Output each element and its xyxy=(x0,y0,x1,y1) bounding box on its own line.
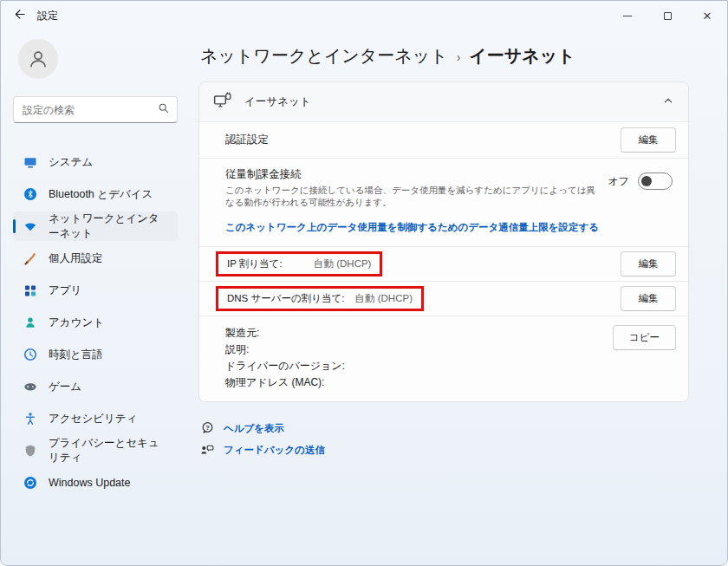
ethernet-icon xyxy=(213,91,232,114)
toggle-state-label: オフ xyxy=(608,174,629,189)
avatar[interactable] xyxy=(18,39,58,79)
metered-title: 従量制課金接続 xyxy=(225,167,598,182)
maximize-icon xyxy=(664,12,672,20)
search-icon xyxy=(158,102,170,118)
ethernet-card: イーサネット 認証設定 編集 従量制課金接続 このネットワークに接続してい xyxy=(198,81,689,402)
dns-highlight-box: DNS サーバーの割り当て: 自動 (DHCP) xyxy=(216,286,424,311)
sidebar-item-windows-update[interactable]: Windows Update xyxy=(13,468,178,498)
page-title: イーサネット xyxy=(469,44,575,68)
bluetooth-icon xyxy=(23,187,37,201)
sidebar-item-label: 時刻と言語 xyxy=(49,348,103,362)
person-icon xyxy=(23,316,37,329)
person-outline-icon xyxy=(27,48,49,70)
help-link-row[interactable]: ? ヘルプを表示 xyxy=(200,421,712,435)
back-button[interactable] xyxy=(1,1,37,30)
accessibility-icon xyxy=(23,412,37,426)
settings-search-box[interactable] xyxy=(13,96,178,123)
sidebar-item-accessibility[interactable]: アクセシビリティ xyxy=(13,404,178,433)
sidebar-item-label: プライバシーとセキュリティ xyxy=(49,436,167,465)
footer-links: ? ヘルプを表示 フィードバックの送信 xyxy=(200,421,712,457)
clock-icon xyxy=(23,348,37,361)
metered-toggle[interactable] xyxy=(638,172,673,190)
feedback-link[interactable]: フィードバックの送信 xyxy=(224,444,325,457)
svg-text:?: ? xyxy=(205,424,210,432)
auth-edit-button[interactable]: 編集 xyxy=(621,127,676,153)
dns-edit-button[interactable]: 編集 xyxy=(621,286,676,311)
gamepad-icon xyxy=(23,380,37,394)
sidebar-item-label: アプリ xyxy=(49,283,81,298)
sidebar-item-label: Bluetooth とデバイス xyxy=(49,187,153,202)
sidebar-item-accounts[interactable]: アカウント xyxy=(13,308,178,337)
minimize-icon xyxy=(623,16,632,16)
copy-button[interactable]: コピー xyxy=(613,325,676,350)
sidebar-item-apps[interactable]: アプリ xyxy=(13,276,178,305)
sidebar-item-bluetooth[interactable]: Bluetooth とデバイス xyxy=(13,179,178,209)
data-limit-link[interactable]: このネットワーク上のデータ使用量を制御するためのデータ通信量上限を設定する xyxy=(225,221,599,234)
minimize-button[interactable] xyxy=(608,1,647,30)
sidebar-item-label: アカウント xyxy=(49,316,104,330)
adapter-details-row: 製造元: 説明: ドライバーのバージョン: 物理アドレス (MAC): コピー xyxy=(199,316,688,401)
ip-edit-button[interactable]: 編集 xyxy=(621,251,676,276)
ip-highlight-box: IP 割り当て: 自動 (DHCP) xyxy=(216,251,382,276)
back-arrow-icon xyxy=(13,8,26,24)
description-label: 説明: xyxy=(225,342,345,358)
sidebar-item-network[interactable]: ネットワークとインターネット xyxy=(13,211,178,241)
sidebar-item-time-language[interactable]: 時刻と言語 xyxy=(13,340,178,369)
ip-assignment-row: IP 割り当て: 自動 (DHCP) 編集 xyxy=(199,246,688,281)
chevron-up-icon[interactable] xyxy=(662,94,674,110)
system-icon xyxy=(23,155,37,169)
app-title: 設定 xyxy=(37,9,58,23)
ethernet-expander-header[interactable]: イーサネット xyxy=(199,82,688,121)
help-link[interactable]: ヘルプを表示 xyxy=(224,422,284,435)
close-icon: ✕ xyxy=(703,10,712,22)
ethernet-card-title: イーサネット xyxy=(244,94,650,109)
sidebar-item-label: 個人用設定 xyxy=(49,251,103,266)
sidebar: システム Bluetooth とデバイス ネットワークとインターネット xyxy=(1,30,186,566)
sidebar-item-privacy[interactable]: プライバシーとセキュリティ xyxy=(13,436,178,465)
sidebar-item-label: ゲーム xyxy=(49,380,81,394)
breadcrumb: ネットワークとインターネット › イーサネット xyxy=(200,44,712,68)
selected-indicator xyxy=(13,219,16,233)
sidebar-item-label: システム xyxy=(49,155,93,170)
search-input[interactable] xyxy=(23,104,158,116)
sidebar-item-system[interactable]: システム xyxy=(13,147,178,177)
feedback-icon xyxy=(200,443,214,457)
ip-assignment-value: 自動 (DHCP) xyxy=(314,257,371,270)
sidebar-item-gaming[interactable]: ゲーム xyxy=(13,372,178,401)
help-icon: ? xyxy=(200,421,214,435)
sidebar-item-label: ネットワークとインターネット xyxy=(49,211,167,241)
settings-window: 設定 ✕ xyxy=(0,0,728,566)
dns-assignment-label: DNS サーバーの割り当て: xyxy=(227,292,355,305)
auth-settings-row: 認証設定 編集 xyxy=(199,121,688,158)
maximize-button[interactable] xyxy=(647,1,687,30)
toggle-knob-icon xyxy=(641,176,652,186)
mac-address-label: 物理アドレス (MAC): xyxy=(225,374,345,391)
dns-assignment-value: 自動 (DHCP) xyxy=(355,292,413,305)
close-button[interactable]: ✕ xyxy=(687,1,727,30)
breadcrumb-separator-icon: › xyxy=(457,49,461,64)
metered-connection-row: 従量制課金接続 このネットワークに接続している場合、データ使用量を減らすためにア… xyxy=(199,158,688,246)
wifi-icon xyxy=(23,219,37,233)
metered-description: このネットワークに接続している場合、データ使用量を減らすためにアプリによっては異… xyxy=(225,185,598,209)
update-icon xyxy=(23,476,37,490)
titlebar: 設定 ✕ xyxy=(1,1,727,30)
manufacturer-label: 製造元: xyxy=(225,325,345,342)
sidebar-item-label: Windows Update xyxy=(49,477,131,489)
feedback-link-row[interactable]: フィードバックの送信 xyxy=(200,443,712,457)
sidebar-item-label: アクセシビリティ xyxy=(49,412,137,426)
auth-settings-label: 認証設定 xyxy=(225,133,269,147)
main-panel: ネットワークとインターネット › イーサネット イーサネット 認証 xyxy=(186,30,727,566)
dns-assignment-row: DNS サーバーの割り当て: 自動 (DHCP) 編集 xyxy=(199,281,688,316)
driver-version-label: ドライバーのバージョン: xyxy=(225,358,345,374)
breadcrumb-parent[interactable]: ネットワークとインターネット xyxy=(200,44,448,68)
apps-icon xyxy=(23,283,37,297)
shield-icon xyxy=(23,444,37,458)
sidebar-nav: システム Bluetooth とデバイス ネットワークとインターネット xyxy=(13,147,178,498)
ip-assignment-label: IP 割り当て: xyxy=(227,257,314,270)
brush-icon xyxy=(23,251,37,265)
sidebar-item-personalization[interactable]: 個人用設定 xyxy=(13,244,178,273)
